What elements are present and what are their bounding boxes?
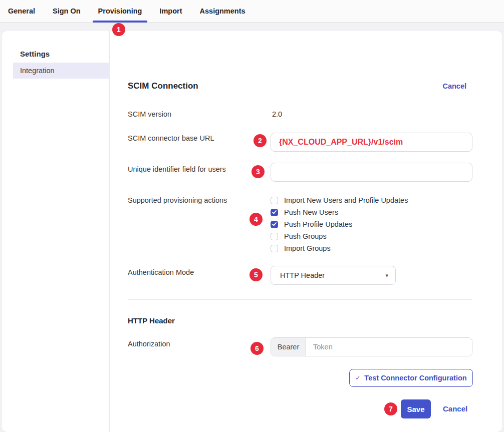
tab-assignments[interactable]: Assignments [200,0,245,22]
authorization-label: Authorization [128,340,170,348]
base-url-label: SCIM connector base URL [128,134,214,142]
sidebar-item-integration[interactable]: Integration [13,63,110,79]
unique-id-label: Unique identifier field for users [128,165,226,173]
step-badge-provisioning-tab: 1 [112,23,125,36]
auth-mode-selected-value: HTTP Header [280,271,385,279]
unique-id-input[interactable] [271,163,472,182]
tab-provisioning[interactable]: Provisioning [98,0,142,22]
checkbox-option-import-users[interactable]: Import New Users and Profile Updates [271,194,408,206]
checkbox-label: Import Groups [284,244,331,252]
test-connector-button-label: Test Connector Configuration [364,374,466,382]
provisioning-actions-list: Import New Users and Profile Updates Pus… [271,194,408,254]
checkbox-option-push-profile-updates[interactable]: Push Profile Updates [271,218,408,230]
cancel-link-bottom[interactable]: Cancel [443,404,467,413]
actions-label: Supported provisioning actions [128,196,227,204]
scim-version-value: 2.0 [272,110,282,118]
token-input[interactable] [306,338,472,356]
step-badge-base-url: 2 [254,134,267,147]
chevron-down-icon: ▾ [385,272,388,279]
checkbox-label: Push Profile Updates [284,220,352,228]
app-tab-bar: General Sign On Provisioning Import Assi… [0,0,504,23]
checkbox[interactable] [271,245,278,252]
step-badge-unique-id: 3 [251,165,265,178]
checkbox-option-import-groups[interactable]: Import Groups [271,242,408,254]
checkbox-label: Import New Users and Profile Updates [284,196,408,204]
auth-mode-select[interactable]: HTTP Header ▾ [271,266,396,285]
page-title: SCIM Connection [128,81,198,91]
http-header-section-heading: HTTP Header [128,316,175,325]
checkbox[interactable] [271,221,278,228]
check-icon [272,222,277,226]
checkbox[interactable] [271,233,278,240]
sidebar-heading: Settings [20,50,50,58]
save-button[interactable]: Save [401,399,431,418]
test-connector-button[interactable]: ✓ Test Connector Configuration [349,369,473,387]
base-url-input[interactable] [271,133,472,152]
checkbox[interactable] [271,209,278,216]
step-badge-auth-mode: 5 [249,268,263,281]
checkbox[interactable] [271,197,278,204]
step-badge-authorization: 6 [250,342,264,355]
bearer-prefix: Bearer [271,338,306,356]
checkbox-label: Push Groups [284,232,327,240]
tab-import[interactable]: Import [159,0,182,22]
step-badge-save: 7 [384,402,397,415]
check-icon: ✓ [355,374,360,381]
checkbox-option-push-new-users[interactable]: Push New Users [271,206,408,218]
check-icon [272,210,277,214]
checkbox-option-push-groups[interactable]: Push Groups [271,230,408,242]
tab-general[interactable]: General [8,0,35,22]
tab-sign-on[interactable]: Sign On [53,0,81,22]
cancel-link-top[interactable]: Cancel [442,82,466,90]
checkbox-label: Push New Users [284,208,338,216]
sidebar [2,31,110,432]
auth-mode-label: Authentication Mode [128,268,194,276]
authorization-input-group: Bearer [271,337,472,356]
step-badge-actions: 4 [249,213,263,226]
scim-version-label: SCIM version [128,110,171,118]
section-divider [128,299,472,300]
